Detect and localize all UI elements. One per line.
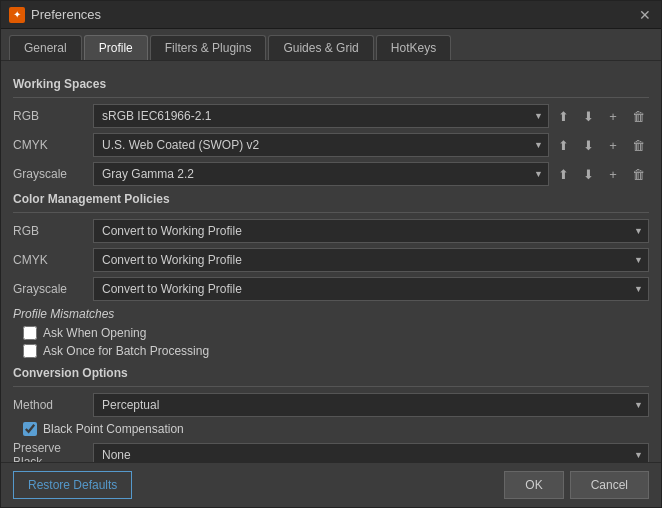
tab-hotkeys[interactable]: HotKeys (376, 35, 451, 60)
working-spaces-divider (13, 97, 649, 98)
preserve-black-label: Preserve Black (13, 441, 93, 462)
cmp-cmyk-select-wrapper: Convert to Working Profile Convert Worki… (93, 248, 649, 272)
tab-profile[interactable]: Profile (84, 35, 148, 60)
method-label: Method (13, 398, 93, 412)
color-management-divider (13, 212, 649, 213)
grayscale-download-btn[interactable]: ⬇ (577, 163, 599, 185)
cmp-grayscale-label: Grayscale (13, 282, 93, 296)
working-spaces-header: Working Spaces (13, 77, 649, 91)
preserve-black-select-wrapper: None Pure Black Rich Black (93, 443, 649, 462)
restore-defaults-button[interactable]: Restore Defaults (13, 471, 132, 499)
rgb-select-wrapper: sRGB IEC61966-2.1 (93, 104, 549, 128)
rgb-label: RGB (13, 109, 93, 123)
ask-batch-row: Ask Once for Batch Processing (23, 344, 649, 358)
cmyk-delete-btn[interactable]: 🗑 (627, 134, 649, 156)
black-point-label: Black Point Compensation (43, 422, 184, 436)
cmp-grayscale-select-wrapper: Convert to Working Profile Convert Worki… (93, 277, 649, 301)
rgb-delete-btn[interactable]: 🗑 (627, 105, 649, 127)
preferences-window: ✦ Preferences ✕ General Profile Filters … (0, 0, 662, 508)
cmyk-download-btn[interactable]: ⬇ (577, 134, 599, 156)
conversion-options-header: Conversion Options (13, 366, 649, 380)
tab-filters-plugins[interactable]: Filters & Plugins (150, 35, 267, 60)
cmp-grayscale-select[interactable]: Convert to Working Profile Convert Worki… (93, 277, 649, 301)
grayscale-row: Grayscale Gray Gamma 2.2 ⬆ ⬇ + 🗑 (13, 162, 649, 186)
cmp-cmyk-row: CMYK Convert to Working Profile Convert … (13, 248, 649, 272)
black-point-row: Black Point Compensation (23, 422, 649, 436)
cmp-grayscale-row: Grayscale Convert to Working Profile Con… (13, 277, 649, 301)
rgb-download-btn[interactable]: ⬇ (577, 105, 599, 127)
profile-mismatches-header: Profile Mismatches (13, 307, 649, 321)
cmyk-upload-btn[interactable]: ⬆ (552, 134, 574, 156)
cmp-rgb-select[interactable]: Convert to Working Profile Convert Worki… (93, 219, 649, 243)
cmp-cmyk-label: CMYK (13, 253, 93, 267)
ok-button[interactable]: OK (504, 471, 563, 499)
rgb-row: RGB sRGB IEC61966-2.1 ⬆ ⬇ + 🗑 (13, 104, 649, 128)
ask-batch-checkbox[interactable] (23, 344, 37, 358)
ask-opening-label: Ask When Opening (43, 326, 146, 340)
method-select-wrapper: Perceptual Saturation Relative Colorimet… (93, 393, 649, 417)
color-management-header: Color Management Policies (13, 192, 649, 206)
conversion-options-divider (13, 386, 649, 387)
rgb-upload-btn[interactable]: ⬆ (552, 105, 574, 127)
tab-general[interactable]: General (9, 35, 82, 60)
grayscale-select-wrapper: Gray Gamma 2.2 (93, 162, 549, 186)
title-bar: ✦ Preferences ✕ (1, 1, 661, 29)
grayscale-delete-btn[interactable]: 🗑 (627, 163, 649, 185)
ask-opening-checkbox[interactable] (23, 326, 37, 340)
grayscale-add-btn[interactable]: + (602, 163, 624, 185)
ask-opening-row: Ask When Opening (23, 326, 649, 340)
preserve-black-select[interactable]: None Pure Black Rich Black (93, 443, 649, 462)
preserve-black-row: Preserve Black None Pure Black Rich Blac… (13, 441, 649, 462)
method-select[interactable]: Perceptual Saturation Relative Colorimet… (93, 393, 649, 417)
cmyk-select[interactable]: U.S. Web Coated (SWOP) v2 (93, 133, 549, 157)
cmp-rgb-row: RGB Convert to Working Profile Convert W… (13, 219, 649, 243)
cmp-rgb-label: RGB (13, 224, 93, 238)
cmyk-label: CMYK (13, 138, 93, 152)
rgb-select[interactable]: sRGB IEC61966-2.1 (93, 104, 549, 128)
cmyk-select-wrapper: U.S. Web Coated (SWOP) v2 (93, 133, 549, 157)
grayscale-label: Grayscale (13, 167, 93, 181)
ask-batch-label: Ask Once for Batch Processing (43, 344, 209, 358)
close-button[interactable]: ✕ (637, 7, 653, 23)
tab-guides-grid[interactable]: Guides & Grid (268, 35, 373, 60)
bottom-bar: Restore Defaults OK Cancel (1, 462, 661, 507)
tab-bar: General Profile Filters & Plugins Guides… (1, 29, 661, 61)
grayscale-select[interactable]: Gray Gamma 2.2 (93, 162, 549, 186)
cmyk-add-btn[interactable]: + (602, 134, 624, 156)
cancel-button[interactable]: Cancel (570, 471, 649, 499)
rgb-add-btn[interactable]: + (602, 105, 624, 127)
cmp-cmyk-select[interactable]: Convert to Working Profile Convert Worki… (93, 248, 649, 272)
grayscale-upload-btn[interactable]: ⬆ (552, 163, 574, 185)
cmp-rgb-select-wrapper: Convert to Working Profile Convert Worki… (93, 219, 649, 243)
window-title: Preferences (31, 7, 101, 22)
cmyk-row: CMYK U.S. Web Coated (SWOP) v2 ⬆ ⬇ + 🗑 (13, 133, 649, 157)
black-point-checkbox[interactable] (23, 422, 37, 436)
tab-content: Working Spaces RGB sRGB IEC61966-2.1 ⬆ ⬇… (1, 61, 661, 462)
app-icon: ✦ (9, 7, 25, 23)
method-row: Method Perceptual Saturation Relative Co… (13, 393, 649, 417)
